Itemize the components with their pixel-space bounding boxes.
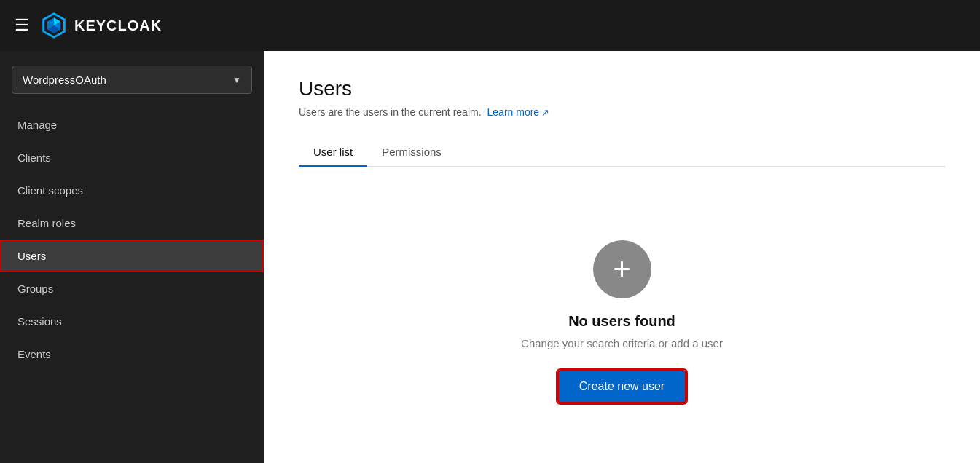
sidebar-item-clients[interactable]: Clients <box>0 141 264 174</box>
realm-name: WordpressOAuth <box>23 74 106 86</box>
empty-subtitle: Change your search criteria or add a use… <box>521 337 723 349</box>
tab-permissions[interactable]: Permissions <box>367 138 456 167</box>
learn-more-link[interactable]: Learn more ↗ <box>487 106 550 118</box>
content-area: Users Users are the users in the current… <box>264 51 980 463</box>
plus-symbol: + <box>613 254 631 285</box>
logo-container: KEYCLOAK <box>41 12 162 39</box>
empty-title: No users found <box>568 313 675 330</box>
page-subtitle: Users are the users in the current realm… <box>299 106 945 118</box>
subtitle-text: Users are the users in the current realm… <box>299 106 482 118</box>
sidebar-item-users[interactable]: Users <box>0 240 264 272</box>
main-layout: WordpressOAuth ▼ Manage Clients Client s… <box>0 51 980 463</box>
external-link-icon: ↗ <box>541 107 549 118</box>
page-title: Users <box>299 77 945 100</box>
tab-user-list[interactable]: User list <box>299 138 367 167</box>
sidebar-item-manage[interactable]: Manage <box>0 108 264 141</box>
empty-state: + No users found Change your search crit… <box>299 211 945 432</box>
add-user-icon: + <box>593 240 651 298</box>
learn-more-label: Learn more <box>487 106 540 118</box>
navbar: ☰ KEYCLOAK <box>0 0 980 51</box>
keycloak-logo-icon <box>41 12 67 39</box>
tabs: User list Permissions <box>299 138 945 167</box>
sidebar-item-groups[interactable]: Groups <box>0 272 264 305</box>
sidebar-item-events[interactable]: Events <box>0 338 264 371</box>
sidebar-item-client-scopes[interactable]: Client scopes <box>0 174 264 207</box>
keycloak-logo-text: KEYCLOAK <box>74 17 162 34</box>
sidebar-item-sessions[interactable]: Sessions <box>0 305 264 338</box>
realm-dropdown-arrow-icon: ▼ <box>232 75 241 85</box>
sidebar: WordpressOAuth ▼ Manage Clients Client s… <box>0 51 264 463</box>
sidebar-item-realm-roles[interactable]: Realm roles <box>0 207 264 240</box>
hamburger-icon[interactable]: ☰ <box>15 17 29 33</box>
create-new-user-button[interactable]: Create new user <box>557 370 686 403</box>
realm-selector[interactable]: WordpressOAuth ▼ <box>12 66 252 94</box>
